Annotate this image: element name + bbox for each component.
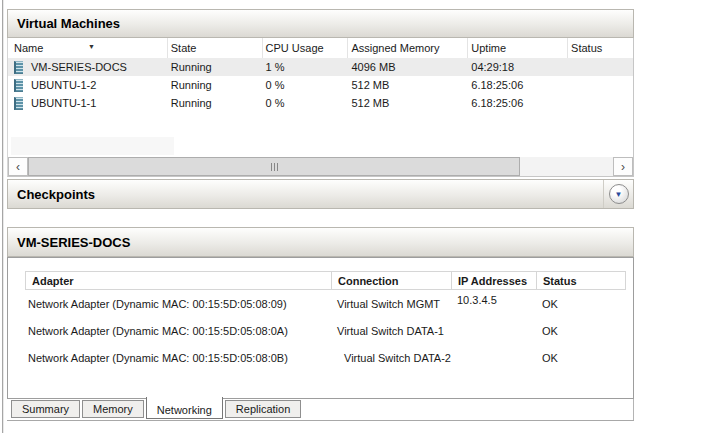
- vm-uptime: 6.18:25:06: [468, 79, 568, 91]
- networking-details-panel: Adapter Connection IP Addresses Status N…: [7, 257, 634, 399]
- scroll-right-icon: ›: [621, 160, 625, 174]
- scroll-left-button[interactable]: ‹: [8, 157, 28, 176]
- adapter-connection: Virtual Switch DATA-2: [331, 352, 451, 371]
- vm-name: UBUNTU-1-1: [31, 97, 96, 109]
- vm-cpu: 0 %: [263, 79, 349, 91]
- vm-name-cell: VM-SERIES-DOCS: [8, 61, 168, 74]
- vm-name-cell: UBUNTU-1-1: [8, 97, 168, 110]
- adapter-row: Network Adapter (Dynamic MAC: 00:15:5D:0…: [25, 290, 626, 317]
- column-header-adapter: Adapter: [26, 272, 332, 289]
- vm-name-cell: UBUNTU-1-2: [8, 79, 168, 92]
- vm-name: VM-SERIES-DOCS: [31, 61, 127, 73]
- adapter-connection: Virtual Switch DATA-1: [331, 325, 451, 344]
- adapters-table: Adapter Connection IP Addresses Status N…: [25, 271, 626, 371]
- adapter-row: Network Adapter (Dynamic MAC: 00:15:5D:0…: [25, 317, 626, 344]
- tab-memory[interactable]: Memory: [82, 400, 144, 418]
- scrollbar-thumb-grip: [271, 163, 272, 171]
- checkpoints-expand-button[interactable]: ▼: [609, 184, 629, 204]
- column-header-status: Status: [537, 272, 625, 289]
- column-header-state[interactable]: State: [168, 38, 263, 58]
- adapter-row: Network Adapter (Dynamic MAC: 00:15:5D:0…: [25, 344, 626, 371]
- pane-bottom-border: [7, 420, 634, 421]
- checkpoints-header: Checkpoints ▼: [7, 179, 634, 209]
- column-header-assigned-memory[interactable]: Assigned Memory: [348, 38, 468, 58]
- checkpoints-title: Checkpoints: [17, 187, 95, 202]
- adapter-connection: Virtual Switch MGMT: [331, 298, 451, 317]
- adapter-ip: [451, 325, 536, 344]
- column-header-name-label: Name: [14, 42, 43, 54]
- tab-summary[interactable]: Summary: [11, 400, 80, 418]
- tab-networking[interactable]: Networking: [146, 397, 223, 419]
- virtual-machines-header: Virtual Machines: [7, 9, 634, 38]
- vm-uptime: 6.18:25:06: [468, 97, 568, 109]
- column-header-name[interactable]: Name ▼: [8, 38, 168, 58]
- vm-cpu: 1 %: [263, 61, 349, 73]
- adapter-name: Network Adapter (Dynamic MAC: 00:15:5D:0…: [25, 298, 331, 317]
- adapters-table-header: Adapter Connection IP Addresses Status: [25, 271, 626, 290]
- virtual-machine-icon: [14, 97, 23, 110]
- vm-state: Running: [168, 97, 263, 109]
- adapter-status: OK: [536, 298, 624, 317]
- vm-details-header: VM-SERIES-DOCS: [7, 227, 634, 257]
- hyperv-center-pane: Virtual Machines Name ▼ State CPU Usage …: [0, 0, 713, 433]
- name-column-shade: [11, 137, 174, 155]
- vm-details-title: VM-SERIES-DOCS: [17, 235, 130, 250]
- adapter-status: OK: [536, 325, 624, 344]
- virtual-machine-icon: [14, 61, 23, 74]
- adapter-ip: 10.3.4.5: [451, 294, 536, 313]
- column-header-connection: Connection: [332, 272, 452, 289]
- column-header-status[interactable]: Status: [568, 38, 633, 58]
- virtual-machines-title: Virtual Machines: [17, 16, 120, 31]
- tab-replication[interactable]: Replication: [225, 400, 301, 418]
- virtual-machine-icon: [14, 79, 23, 92]
- sort-descending-icon: ▼: [88, 43, 95, 50]
- vm-memory: 512 MB: [348, 79, 468, 91]
- pane-splitter-highlight: [3, 0, 4, 433]
- vm-row-ubuntu-1-2[interactable]: UBUNTU-1-2 Running 0 % 512 MB 6.18:25:06: [8, 76, 633, 94]
- adapter-ip: [451, 352, 536, 371]
- virtual-machines-list: Name ▼ State CPU Usage Assigned Memory U…: [7, 38, 634, 177]
- details-tab-strip: Summary Memory Networking Replication: [7, 399, 634, 421]
- vm-cpu: 0 %: [263, 97, 349, 109]
- horizontal-scrollbar[interactable]: ‹ ›: [8, 157, 633, 176]
- column-header-ip-addresses: IP Addresses: [452, 272, 537, 289]
- scrollbar-thumb-grip: [277, 163, 278, 171]
- vm-row-vm-series-docs[interactable]: VM-SERIES-DOCS Running 1 % 4096 MB 04:29…: [8, 58, 633, 76]
- scrollbar-track[interactable]: [28, 157, 613, 176]
- scrollbar-thumb-grip: [274, 163, 275, 171]
- adapter-name: Network Adapter (Dynamic MAC: 00:15:5D:0…: [25, 325, 331, 344]
- vm-name: UBUNTU-1-2: [31, 79, 96, 91]
- vm-uptime: 04:29:18: [468, 61, 568, 73]
- adapter-name: Network Adapter (Dynamic MAC: 00:15:5D:0…: [25, 352, 331, 371]
- vm-memory: 512 MB: [348, 97, 468, 109]
- vm-row-ubuntu-1-1[interactable]: UBUNTU-1-1 Running 0 % 512 MB 6.18:25:06: [8, 94, 633, 112]
- column-header-uptime[interactable]: Uptime: [468, 38, 568, 58]
- scrollbar-thumb[interactable]: [28, 157, 520, 176]
- chevron-down-icon: ▼: [615, 190, 623, 199]
- adapter-status: OK: [536, 352, 624, 371]
- vm-memory: 4096 MB: [348, 61, 468, 73]
- scroll-left-icon: ‹: [16, 160, 20, 174]
- checkpoints-expander-cell: ▼: [603, 180, 633, 208]
- scroll-right-button[interactable]: ›: [613, 157, 633, 176]
- vm-list-column-headers: Name ▼ State CPU Usage Assigned Memory U…: [8, 38, 633, 58]
- vm-state: Running: [168, 61, 263, 73]
- vm-state: Running: [168, 79, 263, 91]
- column-header-cpu-usage[interactable]: CPU Usage: [263, 38, 349, 58]
